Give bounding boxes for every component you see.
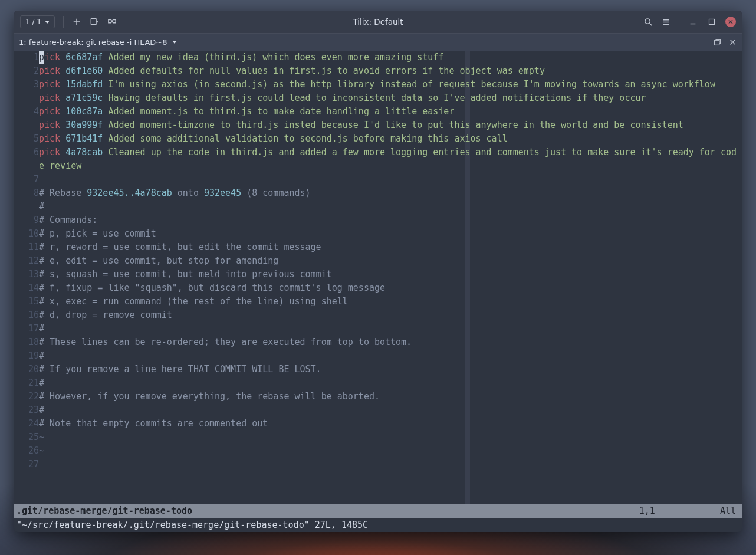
svg-rect-3 [714,40,719,45]
code-line[interactable]: pick 4a78cab Cleaned up the code in thir… [39,146,737,173]
code-line[interactable]: # Rebase 932ee45..4a78cab onto 932ee45 (… [39,186,737,200]
chevron-down-icon [172,41,177,44]
code-line[interactable]: # e, edit = use commit, but stop for ame… [39,254,737,268]
svg-point-1 [645,18,649,23]
code-line[interactable]: pick a71c59c Having defaults in first.js… [39,91,737,105]
code-line[interactable]: # x, exec = run command (the rest of the… [39,295,737,308]
minimize-button[interactable] [688,17,698,27]
code-line[interactable]: # [39,403,737,417]
vim-command-line: "~/src/feature-break/.git/rebase-merge/g… [14,518,742,532]
code-line[interactable]: pick 100c87a Added moment.js to third.js… [39,105,737,119]
code-line[interactable]: # If you remove a line here THAT COMMIT … [39,363,737,376]
maximize-button[interactable] [706,17,717,27]
terminal-tab-bar: 1: feature-break: git rebase -i HEAD~8 [14,33,742,51]
desktop: 1 / 1 Tilix: Default [0,0,756,555]
status-percent: All [720,504,739,518]
close-pane-icon[interactable] [728,38,737,47]
editor-area[interactable]: 1234567891011121314151617181920212223242… [14,51,742,504]
titlebar: 1 / 1 Tilix: Default [14,11,742,33]
terminal-tab-title: 1: feature-break: git rebase -i HEAD~8 [19,38,167,47]
terminal-body[interactable]: 1234567891011121314151617181920212223242… [14,51,742,532]
code-line[interactable] [39,173,737,186]
code-line[interactable]: pick 6c687af Added my new idea (third.js… [39,51,737,64]
code-line[interactable]: # p, pick = use commit [39,227,737,241]
code-line[interactable]: pick 671b41f Added some additional valid… [39,132,737,146]
code-line[interactable]: pick 30a999f Added moment-timzone to thi… [39,119,737,132]
session-counter-label: 1 / 1 [25,18,41,26]
code-line[interactable]: # These lines can be re-ordered; they ar… [39,336,737,349]
cmdline-text: "~/src/feature-break/.git/rebase-merge/g… [17,518,368,532]
code-line[interactable]: # [39,322,737,336]
code-line[interactable]: # d, drop = remove commit [39,308,737,322]
add-terminal-icon[interactable] [72,17,81,27]
svg-rect-2 [709,19,715,25]
separator-2 [679,16,679,28]
add-terminal-down-icon[interactable] [90,17,99,27]
terminal-tab-title-group[interactable]: 1: feature-break: git rebase -i HEAD~8 [19,38,177,47]
status-filename: .git/rebase-merge/git-rebase-todo [17,504,192,518]
code-line[interactable]: # [39,376,737,390]
vim-status-line: .git/rebase-merge/git-rebase-todo 1,1 Al… [14,504,742,518]
session-counter[interactable]: 1 / 1 [20,15,55,28]
code-line[interactable]: # [39,200,737,214]
code-line[interactable]: pick 15dabfd I'm using axios (in second.… [39,78,737,91]
menu-icon[interactable] [661,17,670,27]
code-line[interactable]: # Note that empty commits are commented … [39,417,737,431]
code-line[interactable]: # f, fixup = like "squash", but discard … [39,281,737,295]
search-icon[interactable] [643,17,653,27]
chevron-down-icon [45,21,50,24]
window-title: Tilix: Default [14,17,742,27]
empty-line: ~ [39,431,737,444]
svg-rect-0 [91,18,96,25]
status-position: 1,1 [639,504,720,518]
restore-pane-icon[interactable] [712,38,722,47]
terminal-window: 1 / 1 Tilix: Default [14,11,742,532]
sync-input-icon[interactable] [107,17,117,27]
code-line[interactable]: # [39,349,737,363]
code-area[interactable]: pick 6c687af Added my new idea (third.js… [39,51,737,458]
code-line[interactable]: # Commands: [39,214,737,227]
empty-line: ~ [39,444,737,458]
separator [63,16,64,28]
code-line[interactable]: # s, squash = use commit, but meld into … [39,268,737,281]
code-line[interactable]: # However, if you remove everything, the… [39,390,737,403]
close-button[interactable] [725,17,736,27]
code-line[interactable]: # r, reword = use commit, but edit the c… [39,241,737,254]
code-line[interactable]: pick d6f1e60 Added defaults for null val… [39,64,737,78]
